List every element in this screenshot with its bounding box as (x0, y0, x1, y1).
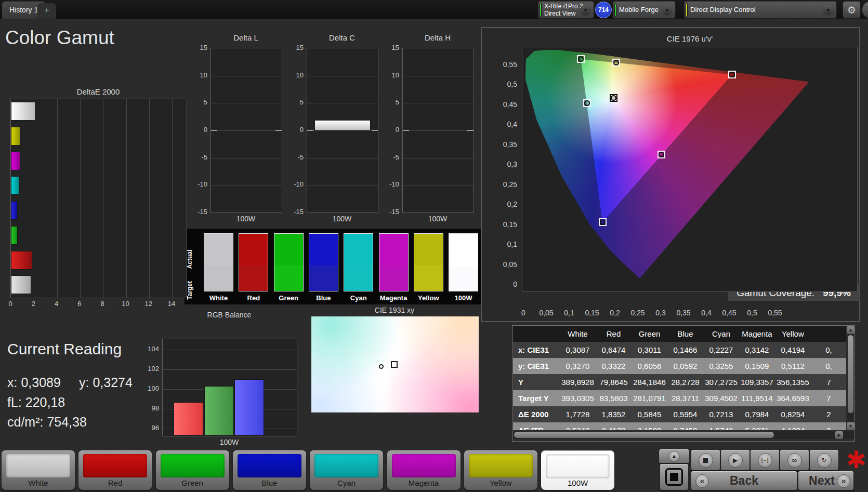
table-cell: 307,2725 (703, 374, 739, 390)
cie-y-tick: 0,05 (486, 260, 517, 269)
back-button[interactable]: «Back (691, 471, 797, 490)
delta-chart-plot (402, 48, 474, 213)
cie-1931-chart (311, 316, 479, 413)
gamut-dim-overlay (522, 47, 858, 292)
table-cell: 2 (811, 406, 846, 422)
zero-tick (467, 130, 474, 131)
control-label: Direct Display Control (690, 6, 756, 14)
marker-red (728, 71, 736, 78)
gridline (80, 99, 81, 298)
delta-chart-title: Delta L (193, 33, 299, 42)
table-hscrollbar[interactable]: ▶ (513, 431, 854, 439)
meter-line1: X-Rite i1Pro 3 (544, 3, 583, 10)
refresh-icon: ↻ (817, 453, 832, 468)
swatch-label: White (202, 294, 235, 302)
refresh-button[interactable]: ↻ (810, 450, 838, 470)
table-cell: 0,3255 (703, 358, 739, 374)
table-cell: 309,4502 (703, 390, 739, 406)
delta-y-tick: -5 (189, 153, 207, 161)
delta-y-tick: 5 (285, 98, 304, 106)
scroll-down-arrow[interactable]: ▼ (847, 422, 854, 430)
hscroll-thumb[interactable] (514, 432, 774, 438)
delta-y-tick: 0 (285, 126, 304, 134)
patch-button-magenta[interactable]: Magenta (387, 450, 461, 490)
display-control-dropdown[interactable]: Direct Display Control ▼ (684, 1, 837, 19)
swatch-target (449, 265, 478, 291)
table-cell: 79,8645 (596, 374, 632, 390)
meter-count-badge[interactable]: 714 (595, 2, 612, 18)
new-tab-button[interactable]: + (37, 3, 56, 19)
pattern-window-button[interactable] (660, 464, 688, 490)
table-cell: 0,0592 (667, 358, 703, 374)
gridline (403, 158, 474, 158)
measurement-table: WhiteRedGreenBlueCyanMagentaYellowx: CIE… (512, 325, 855, 442)
marker-magenta (657, 151, 665, 158)
delta-chart-title: Delta C (289, 33, 395, 42)
marker-dot (600, 219, 606, 225)
swatch-cyan (344, 233, 373, 291)
cie-y-tick: 0,3 (486, 160, 517, 168)
table-cell: 0,4194 (775, 342, 811, 358)
gridline (149, 99, 150, 298)
deltae-bar-red (11, 251, 32, 270)
patch-label: 100W (541, 478, 614, 487)
stop-button[interactable]: ■ (691, 450, 720, 470)
cie-y-tick: 0,35 (486, 140, 517, 149)
patch-button-green[interactable]: Green (156, 450, 229, 490)
single-measure-button[interactable]: [–] (751, 450, 779, 470)
patch-button-red[interactable]: Red (78, 450, 152, 490)
next-button[interactable]: Next» (798, 471, 853, 490)
table-cell: 0,3322 (596, 358, 632, 374)
vscroll-thumb[interactable] (848, 335, 853, 413)
patch-button-blue[interactable]: Blue (233, 450, 306, 490)
table-cell: 0,7984 (739, 406, 775, 422)
table-vscrollbar[interactable]: ▲▼ (847, 326, 854, 430)
column-header: Magenta (739, 326, 775, 342)
cie-y-tick: 0,55 (486, 60, 517, 69)
table-row: x: CIE310,30870,64740,30110,14660,22270,… (513, 342, 846, 358)
cie-x-tick: 0,45 (718, 309, 741, 317)
table-cell: 0,1466 (667, 342, 703, 358)
reading-fl: fL: 220,18 (7, 395, 65, 410)
scroll-up-arrow[interactable]: ▲ (847, 326, 854, 334)
pattern-up-button[interactable]: ▲ (659, 449, 689, 463)
table-cell: 1,7728 (560, 406, 596, 422)
swatch-target (414, 265, 443, 291)
zero-tick (275, 130, 282, 131)
patch-button-white[interactable]: White (2, 450, 75, 490)
cie-x-tick: 0,2 (603, 309, 626, 317)
settings-button[interactable]: ⚙ (843, 1, 861, 19)
row-label: Target Y (514, 390, 563, 406)
patch-swatch (546, 454, 610, 478)
swatch-label: Cyan (342, 294, 375, 302)
scroll-right-arrow[interactable]: ▶ (835, 431, 843, 439)
collapse-panel-button[interactable]: ◀ (862, 1, 868, 19)
table-cell: 0,5954 (667, 406, 703, 422)
gridline (126, 99, 127, 298)
meter-dropdown[interactable]: X-Rite i1Pro 3 Direct View ▼ (538, 1, 594, 19)
patch-button-yellow[interactable]: Yellow (464, 450, 537, 490)
deltae-bar-cyan (11, 176, 19, 195)
table-cell: 3,1508 (632, 422, 667, 430)
marker-dot (729, 72, 735, 77)
cie-x-tick: 0,5 (741, 309, 764, 317)
table-cell: 0,8254 (775, 406, 811, 422)
reading-cdm2-value: 754,38 (47, 415, 86, 429)
table-cell: 1,8352 (596, 406, 632, 422)
swatch-actual (379, 234, 408, 265)
column-header: Yellow (775, 326, 811, 342)
delta-y-tick: 10 (189, 71, 207, 79)
table-cell: 7 (811, 390, 846, 406)
patch-button-cyan[interactable]: Cyan (310, 450, 383, 490)
continuous-button[interactable]: ∞ (780, 450, 809, 470)
play-button[interactable]: ▶ (721, 450, 749, 470)
cie-x-tick: 0 (512, 309, 535, 317)
patch-button-100w[interactable]: 100W (541, 450, 614, 490)
delta-chart-plot (211, 48, 282, 213)
delta-y-tick: 15 (380, 44, 399, 51)
rgb-y-tick: 100 (142, 384, 159, 392)
table-cell: 0,3270 (560, 358, 596, 374)
delta-y-tick: -10 (380, 180, 399, 188)
table-cell: 83,5803 (596, 390, 632, 406)
source-dropdown[interactable]: Mobile Forge ▼ (613, 1, 676, 19)
